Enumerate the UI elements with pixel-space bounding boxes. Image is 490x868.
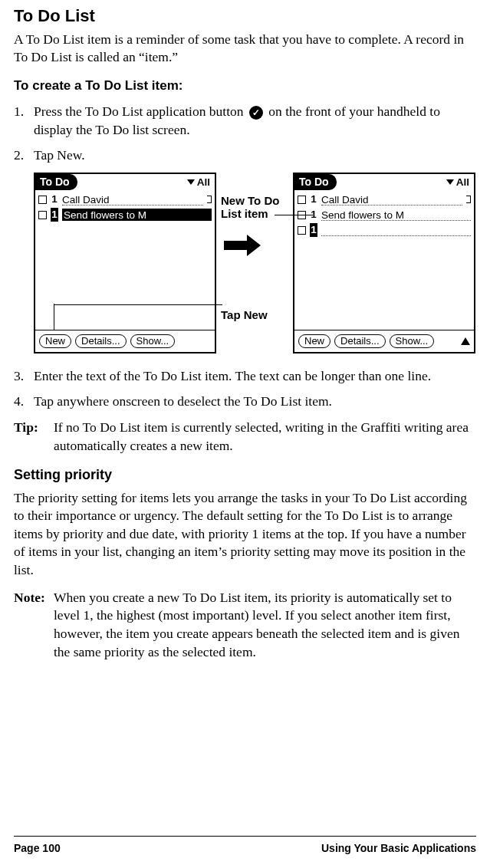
priority[interactable]: 1 <box>51 192 58 206</box>
note-icon[interactable] <box>207 196 212 203</box>
todo-app-button-icon: ✓ <box>249 106 263 120</box>
palm-body: 1 Call David 1 Send flowers to M <box>35 191 215 330</box>
details-button[interactable]: Details... <box>75 334 127 348</box>
category-dropdown[interactable]: All <box>446 176 474 189</box>
note-icon[interactable] <box>466 196 471 203</box>
step-4: 4. Tap anywhere onscreen to deselect the… <box>14 393 476 411</box>
footer-section-title: Using Your Basic Applications <box>321 841 476 856</box>
scroll-up-icon[interactable] <box>461 337 470 345</box>
leader-line <box>54 304 54 330</box>
item-text[interactable]: Send flowers to M <box>321 209 471 221</box>
priority[interactable]: 1 <box>310 208 317 222</box>
checkbox-icon[interactable] <box>38 211 47 219</box>
step-1: 1. Press the To Do List application butt… <box>14 103 476 139</box>
show-button[interactable]: Show... <box>130 334 176 348</box>
checkbox-icon[interactable] <box>298 211 306 219</box>
create-heading: To create a To Do List item: <box>14 77 476 95</box>
intro-paragraph: A To Do List item is a reminder of some … <box>14 31 476 67</box>
footer-page-number: Page 100 <box>14 841 61 856</box>
palm-titlebar: To Do All <box>294 174 474 191</box>
step-3: 3. Enter the text of the To Do List item… <box>14 367 476 386</box>
label-new-item: New To Do List item <box>221 194 288 221</box>
figure: To Do All 1 Call David 1 Send flowers to… <box>34 173 476 355</box>
checkbox-icon[interactable] <box>298 226 306 235</box>
step-body: Enter the text of the To Do List item. T… <box>34 367 476 386</box>
palm-screen-before: To Do All 1 Call David 1 Send flowers to… <box>34 173 216 353</box>
palm-titlebar: To Do All <box>35 174 215 191</box>
category-label: All <box>197 176 210 189</box>
step-body: Tap New. <box>34 146 476 165</box>
priority-heading: Setting priority <box>14 465 476 484</box>
page-footer: Page 100 Using Your Basic Applications <box>14 836 476 856</box>
step-number: 4. <box>14 393 34 411</box>
item-text[interactable] <box>321 224 471 236</box>
checkbox-icon[interactable] <box>298 196 306 204</box>
new-button[interactable]: New <box>298 334 331 348</box>
list-item[interactable]: 1 Send flowers to M <box>38 208 212 223</box>
palm-screen-after: To Do All 1 Call David 1 Send flowers to… <box>293 173 475 353</box>
priority-paragraph: The priority setting for items lets you … <box>14 489 476 580</box>
dropdown-icon <box>446 179 454 185</box>
page-title: To Do List <box>14 5 476 28</box>
arrow-right-icon <box>224 237 262 254</box>
step-number: 2. <box>14 146 34 165</box>
step-number: 1. <box>14 103 34 139</box>
priority[interactable]: 1 <box>310 223 317 237</box>
steps-list: 1. Press the To Do List application butt… <box>14 103 476 165</box>
list-item[interactable]: 1 Call David <box>38 192 212 208</box>
show-button[interactable]: Show... <box>390 334 435 348</box>
list-item[interactable]: 1 Call David <box>298 192 471 208</box>
checkbox-icon[interactable] <box>38 196 47 204</box>
priority[interactable]: 1 <box>310 192 317 206</box>
palm-button-bar: New Details... Show... <box>294 330 474 352</box>
note-label: Note: <box>14 589 54 662</box>
tip-block: Tip: If no To Do List item is currently … <box>14 419 476 455</box>
item-text[interactable]: Send flowers to M <box>62 209 212 221</box>
step-2: 2. Tap New. <box>14 146 476 165</box>
palm-button-bar: New Details... Show... <box>35 330 215 352</box>
tip-label: Tip: <box>14 419 54 455</box>
steps-list-cont: 3. Enter the text of the To Do List item… <box>14 367 476 411</box>
list-item[interactable]: 1 Send flowers to M <box>298 208 471 223</box>
step-body: Tap anywhere onscreen to deselect the To… <box>34 393 476 411</box>
note-block: Note: When you create a new To Do List i… <box>14 589 476 662</box>
note-text: When you create a new To Do List item, i… <box>54 589 476 662</box>
category-label: All <box>456 176 469 189</box>
figure-labels: New To Do List item Tap New <box>221 173 288 355</box>
palm-app-title: To Do <box>294 174 337 190</box>
step-1-text-a: Press the To Do List application button <box>34 104 247 119</box>
palm-app-title: To Do <box>35 174 77 190</box>
item-text[interactable]: Call David <box>62 193 203 205</box>
priority[interactable]: 1 <box>51 208 58 222</box>
step-number: 3. <box>14 367 34 386</box>
leader-line <box>54 304 222 305</box>
label-tap-new: Tap New <box>221 308 288 321</box>
new-button[interactable]: New <box>39 334 71 348</box>
palm-body: 1 Call David 1 Send flowers to M 1 <box>294 191 474 330</box>
step-body: Press the To Do List application button … <box>34 103 476 139</box>
dropdown-icon <box>187 179 195 185</box>
tip-text: If no To Do List item is currently selec… <box>54 419 476 455</box>
details-button[interactable]: Details... <box>334 334 386 348</box>
list-item[interactable]: 1 <box>298 223 471 238</box>
item-text[interactable]: Call David <box>321 193 462 205</box>
category-dropdown[interactable]: All <box>187 176 215 189</box>
